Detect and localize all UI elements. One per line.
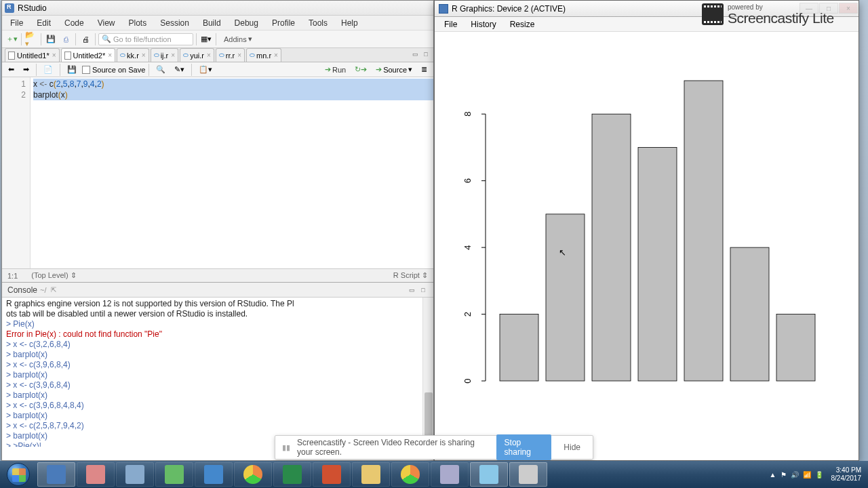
tray-chevron-icon[interactable]: ▲ xyxy=(770,471,776,479)
menu-edit[interactable]: Edit xyxy=(30,17,58,29)
source-button[interactable]: ➔Source▾ xyxy=(372,64,416,75)
line-gutter: 1 2 xyxy=(2,77,31,268)
svg-rect-13 xyxy=(592,114,631,381)
graphics-menu-file[interactable]: File xyxy=(437,18,464,30)
code-line-2: barplot(x) xyxy=(33,89,433,100)
start-button[interactable] xyxy=(0,461,37,488)
taskbar-powerpoint[interactable] xyxy=(313,462,351,487)
taskbar-app-13[interactable] xyxy=(509,462,547,487)
menu-session[interactable]: Session xyxy=(153,17,196,29)
taskbar-app-4[interactable] xyxy=(155,462,193,487)
tab-yui[interactable]: ⬭yui.r× xyxy=(180,48,214,62)
graphics-window: R Graphics: Device 2 (ACTIVE) File Histo… xyxy=(434,0,859,461)
menu-help[interactable]: Help xyxy=(334,17,365,29)
taskbar-app-12[interactable] xyxy=(470,462,508,487)
tray-battery-icon[interactable]: 🔋 xyxy=(815,471,823,479)
tab-ij[interactable]: ⬭ij.r× xyxy=(151,48,178,62)
taskbar-clock[interactable]: 3:40 PM 8/24/2017 xyxy=(827,466,866,483)
cursor-position: 1:1 xyxy=(7,272,18,280)
console-header: Console ~/ ⇱ ▭ □ xyxy=(2,283,433,298)
hide-notification-button[interactable]: Hide xyxy=(558,439,586,455)
tab-untitled1[interactable]: Untitled1*× xyxy=(5,48,60,62)
console-path: ~/ xyxy=(40,286,46,294)
wand-button[interactable]: ✎▾ xyxy=(171,64,188,75)
close-icon[interactable]: × xyxy=(274,52,278,59)
system-tray[interactable]: ▲ ⚑ 🔊 📶 🔋 3:40 PM 8/24/2017 xyxy=(770,466,868,483)
taskbar-app-2[interactable] xyxy=(77,462,115,487)
addins-button[interactable]: Addins▾ xyxy=(219,33,257,45)
outline-button[interactable]: ≣ xyxy=(418,64,431,75)
save-source-button[interactable]: 💾 xyxy=(64,64,80,75)
print-button[interactable]: 🖨 xyxy=(79,33,92,46)
minimize-console-icon[interactable]: ▭ xyxy=(407,285,416,295)
taskbar-rstudio[interactable] xyxy=(37,462,75,487)
taskbar-excel[interactable] xyxy=(273,462,311,487)
menu-profile[interactable]: Profile xyxy=(265,17,302,29)
minimize-pane-icon[interactable]: ▭ xyxy=(410,49,420,59)
goto-file-input[interactable]: 🔍Go to file/function xyxy=(98,33,193,45)
tray-flag-icon[interactable]: ⚑ xyxy=(781,471,787,479)
save-all-button[interactable]: ⎙ xyxy=(59,33,73,46)
graphics-menu-history[interactable]: History xyxy=(464,18,502,30)
graphics-title: R Graphics: Device 2 (ACTIVE) xyxy=(452,4,566,14)
menu-build[interactable]: Build xyxy=(196,17,228,29)
close-icon[interactable]: × xyxy=(142,52,146,59)
tray-volume-icon[interactable]: 🔊 xyxy=(791,471,799,479)
compile-button[interactable]: 📋▾ xyxy=(195,64,216,75)
console-popout-icon[interactable]: ⇱ xyxy=(51,286,56,293)
close-icon[interactable]: × xyxy=(237,52,241,59)
run-button[interactable]: ➔Run xyxy=(321,64,349,75)
film-icon xyxy=(702,3,724,25)
forward-button[interactable]: ➡ xyxy=(20,64,33,75)
taskbar-explorer[interactable] xyxy=(352,462,390,487)
taskbar-app-3[interactable] xyxy=(116,462,154,487)
tab-untitled2[interactable]: Untitled2*× xyxy=(61,48,116,62)
open-file-button[interactable]: 📂▾ xyxy=(24,33,38,46)
language-indicator[interactable]: R Script ⇕ xyxy=(393,271,428,280)
menu-plots[interactable]: Plots xyxy=(122,17,154,29)
back-button[interactable]: ⬅ xyxy=(5,64,18,75)
console-body[interactable]: R graphics engine version 12 is not supp… xyxy=(2,298,433,447)
menu-debug[interactable]: Debug xyxy=(228,17,265,29)
tab-rr[interactable]: ⬭rr.r× xyxy=(216,48,245,62)
taskbar-app-5[interactable] xyxy=(195,462,233,487)
sharing-notification: ▮▮ Screencastify - Screen Video Recorder… xyxy=(275,435,593,460)
menu-view[interactable]: View xyxy=(91,17,122,29)
tray-network-icon[interactable]: 📶 xyxy=(803,471,811,479)
find-button[interactable]: 🔍 xyxy=(153,64,169,75)
stop-sharing-button[interactable]: Stop sharing xyxy=(496,434,552,460)
maximize-pane-icon[interactable]: □ xyxy=(421,49,431,59)
tab-mn[interactable]: ⬭mn.r× xyxy=(246,48,281,62)
taskbar-app-11[interactable] xyxy=(431,462,469,487)
code-area[interactable]: x <- c(2,5,8,7,9,4,2) barplot(x) xyxy=(31,77,433,268)
save-button[interactable]: 💾 xyxy=(44,33,58,46)
tab-kk[interactable]: ⬭kk.r× xyxy=(117,48,149,62)
menu-code[interactable]: Code xyxy=(58,17,91,29)
menu-file[interactable]: File xyxy=(3,17,30,29)
close-icon[interactable]: × xyxy=(171,52,175,59)
source-on-save-checkbox[interactable] xyxy=(82,66,90,74)
taskbar-chrome[interactable] xyxy=(234,462,272,487)
graphics-menu-resize[interactable]: Resize xyxy=(503,18,542,30)
maximize-console-icon[interactable]: □ xyxy=(418,285,428,295)
close-icon[interactable]: × xyxy=(207,52,211,59)
taskbar-chrome-2[interactable] xyxy=(391,462,429,487)
close-icon[interactable]: × xyxy=(52,52,56,59)
new-file-button[interactable]: ＋▾ xyxy=(5,33,18,46)
plot-area: 02468 ↖ xyxy=(435,32,859,459)
rstudio-titlebar[interactable]: RStudio xyxy=(2,1,433,16)
close-window-button[interactable]: × xyxy=(839,3,858,14)
rstudio-icon xyxy=(5,3,14,13)
scope-indicator[interactable]: (Top Level) ⇕ xyxy=(31,271,76,280)
console-scrollbar[interactable] xyxy=(422,298,433,447)
maximize-window-button[interactable]: □ xyxy=(819,3,838,14)
close-icon[interactable]: × xyxy=(108,52,112,59)
svg-rect-15 xyxy=(684,81,723,381)
menu-tools[interactable]: Tools xyxy=(302,17,334,29)
rerun-button[interactable]: ↻➔ xyxy=(351,64,370,75)
minimize-window-button[interactable]: — xyxy=(800,3,818,14)
tools-grid-button[interactable]: ▦▾ xyxy=(199,33,213,46)
pause-icon[interactable]: ▮▮ xyxy=(282,443,290,452)
show-document-button[interactable]: 📄 xyxy=(40,64,56,75)
code-editor[interactable]: 1 2 x <- c(2,5,8,7,9,4,2) barplot(x) xyxy=(2,77,433,268)
